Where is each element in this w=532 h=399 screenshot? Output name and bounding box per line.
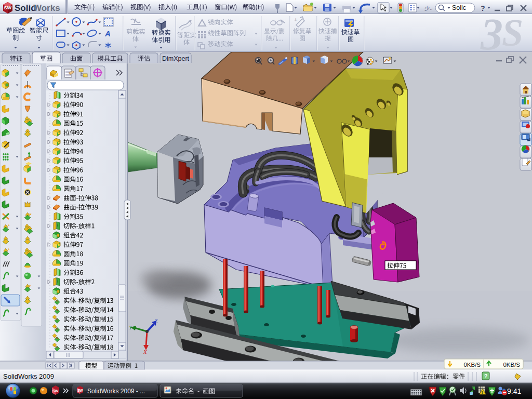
svg-text:!: ! xyxy=(482,390,483,395)
svg-text:SW: SW xyxy=(52,389,59,393)
svg-text:DimXpert: DimXpert xyxy=(162,55,190,62)
svg-text:0KB/S: 0KB/S xyxy=(503,362,520,368)
svg-text:?: ? xyxy=(484,373,488,379)
svg-text:*: * xyxy=(8,223,10,229)
svg-text:SolidWorks 2009: SolidWorks 2009 xyxy=(3,373,54,380)
svg-text:0KB/S: 0KB/S xyxy=(463,362,481,368)
svg-text:A: A xyxy=(104,29,111,38)
svg-text:*: * xyxy=(29,284,31,289)
svg-text:Works: Works xyxy=(33,3,60,13)
svg-text:Z: Z xyxy=(154,318,158,324)
svg-text:SW: SW xyxy=(4,5,12,10)
svg-text:S: S xyxy=(502,11,523,54)
svg-text:+: + xyxy=(294,17,297,23)
svg-text:9:41: 9:41 xyxy=(507,387,521,395)
svg-text:SW: SW xyxy=(77,389,83,392)
svg-text:Solic: Solic xyxy=(452,4,466,11)
svg-text:少..: 少.. xyxy=(424,5,433,11)
svg-text:SolidWorks 2009 - ...: SolidWorks 2009 - ... xyxy=(87,388,145,395)
svg-text:*: * xyxy=(8,247,10,252)
svg-text:X: X xyxy=(143,349,148,355)
svg-text:3: 3 xyxy=(480,9,503,59)
